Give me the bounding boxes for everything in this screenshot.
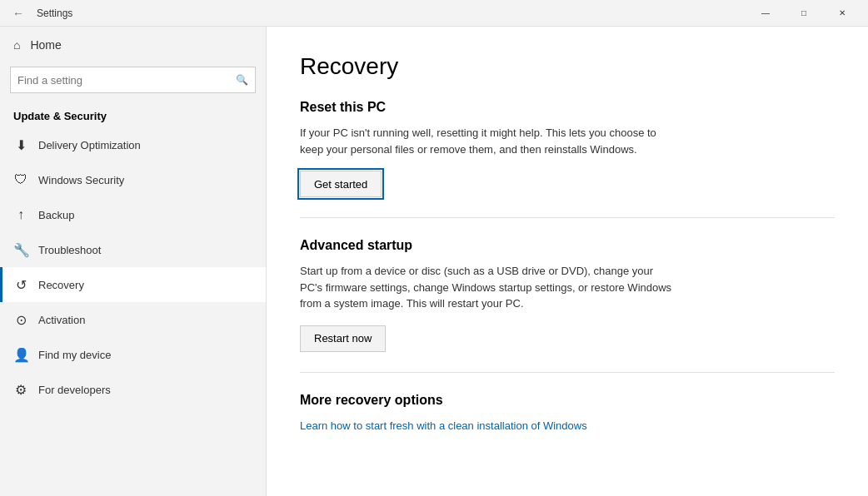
sidebar-item-recovery[interactable]: ↺ Recovery xyxy=(0,267,266,302)
close-button[interactable]: ✕ xyxy=(823,0,861,27)
home-icon: ⌂ xyxy=(13,38,20,52)
sidebar-item-label: Troubleshoot xyxy=(38,244,101,256)
sidebar-item-label: Activation xyxy=(38,314,85,326)
sidebar-item-troubleshoot[interactable]: 🔧 Troubleshoot xyxy=(0,232,266,267)
search-icon: 🔍 xyxy=(236,74,248,86)
advanced-startup-desc: Start up from a device or disc (such as … xyxy=(300,263,675,312)
find-my-device-icon: 👤 xyxy=(13,347,28,363)
advanced-startup-title: Advanced startup xyxy=(300,238,835,253)
get-started-button[interactable]: Get started xyxy=(300,171,382,197)
more-recovery-section: More recovery options Learn how to start… xyxy=(300,393,835,433)
sidebar-item-delivery-optimization[interactable]: ⬇ Delivery Optimization xyxy=(0,127,266,162)
reset-section: Reset this PC If your PC isn't running w… xyxy=(300,100,835,197)
sidebar-search-box[interactable]: 🔍 xyxy=(10,67,256,93)
maximize-button[interactable]: □ xyxy=(785,0,823,27)
sidebar-item-label: Delivery Optimization xyxy=(38,139,141,151)
windows-security-icon: 🛡 xyxy=(13,172,28,187)
minimize-button[interactable]: — xyxy=(746,0,785,27)
sidebar-home-label: Home xyxy=(30,38,61,52)
sidebar-item-find-my-device[interactable]: 👤 Find my device xyxy=(0,337,266,372)
advanced-startup-section: Advanced startup Start up from a device … xyxy=(300,238,835,352)
restart-now-button[interactable]: Restart now xyxy=(300,325,386,352)
backup-icon: ↑ xyxy=(13,207,28,222)
section-divider-1 xyxy=(300,217,835,218)
sidebar-item-label: For developers xyxy=(38,384,111,396)
reset-section-desc: If your PC isn't running well, resetting… xyxy=(300,125,675,157)
troubleshoot-icon: 🔧 xyxy=(13,242,28,258)
titlebar: ← Settings — □ ✕ xyxy=(0,0,868,27)
window-controls: — □ ✕ xyxy=(746,0,861,27)
reset-section-title: Reset this PC xyxy=(300,100,835,115)
sidebar-section-title: Update & Security xyxy=(0,100,266,127)
activation-icon: ⊙ xyxy=(13,312,28,328)
section-divider-2 xyxy=(300,372,835,373)
recovery-icon: ↺ xyxy=(13,277,28,293)
back-button[interactable]: ← xyxy=(7,2,30,25)
more-recovery-title: More recovery options xyxy=(300,393,835,408)
clean-install-link[interactable]: Learn how to start fresh with a clean in… xyxy=(300,419,587,432)
content-area: Recovery Reset this PC If your PC isn't … xyxy=(267,27,868,496)
sidebar-item-label: Recovery xyxy=(38,279,84,291)
titlebar-title: Settings xyxy=(37,7,72,19)
sidebar-item-label: Find my device xyxy=(38,349,111,361)
back-icon: ← xyxy=(12,7,24,20)
sidebar-home-item[interactable]: ⌂ Home xyxy=(0,30,266,60)
main-container: ⌂ Home 🔍 Update & Security ⬇ Delivery Op… xyxy=(0,27,868,496)
search-input[interactable] xyxy=(17,74,236,87)
sidebar: ⌂ Home 🔍 Update & Security ⬇ Delivery Op… xyxy=(0,27,267,496)
sidebar-item-label: Windows Security xyxy=(38,174,124,186)
sidebar-item-activation[interactable]: ⊙ Activation xyxy=(0,302,266,337)
for-developers-icon: ⚙ xyxy=(13,382,28,398)
sidebar-item-backup[interactable]: ↑ Backup xyxy=(0,197,266,232)
page-title: Recovery xyxy=(300,53,835,80)
sidebar-item-for-developers[interactable]: ⚙ For developers xyxy=(0,372,266,407)
sidebar-item-windows-security[interactable]: 🛡 Windows Security xyxy=(0,162,266,197)
delivery-optimization-icon: ⬇ xyxy=(13,137,28,153)
sidebar-item-label: Backup xyxy=(38,209,74,221)
